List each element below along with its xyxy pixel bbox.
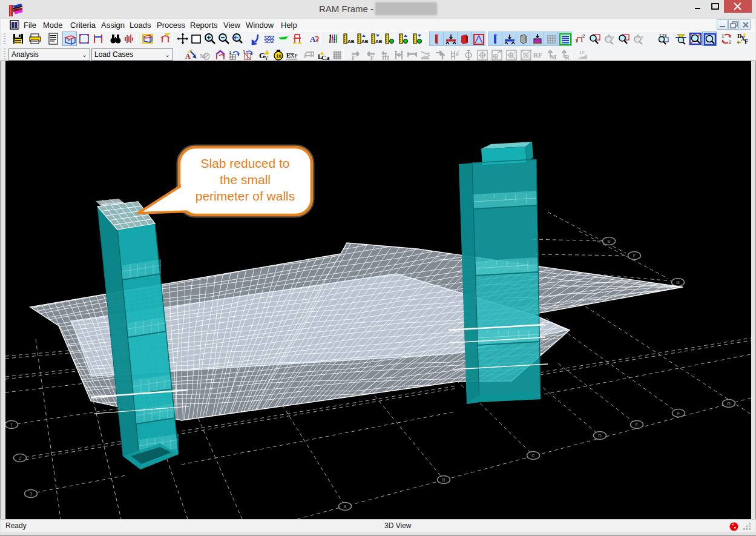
svg-text:Slab reduced to: Slab reduced to xyxy=(200,156,289,170)
svg-text:A: A xyxy=(185,52,191,61)
svg-text:perimeter of walls: perimeter of walls xyxy=(196,189,295,203)
svg-text:E: E xyxy=(635,422,638,428)
svg-text:F: F xyxy=(633,253,636,259)
svg-text:2: 2 xyxy=(582,33,585,39)
svg-text:2: 2 xyxy=(19,455,21,461)
svg-text:18: 18 xyxy=(276,53,281,59)
svg-text:1: 1 xyxy=(721,33,725,39)
svg-text:the small: the small xyxy=(220,173,271,187)
svg-text:G: G xyxy=(676,280,680,285)
svg-text:1K: 1K xyxy=(579,50,585,55)
svg-text:A: A xyxy=(343,504,346,509)
svg-text:AB: AB xyxy=(347,39,355,44)
svg-text:M: M xyxy=(550,53,557,61)
svg-text:AB: AB xyxy=(375,39,383,44)
svg-text:1: 1 xyxy=(10,422,13,428)
svg-text:C: C xyxy=(531,453,535,458)
svg-text:F: F xyxy=(744,38,748,45)
svg-text:D: D xyxy=(598,433,602,438)
svg-text:B: B xyxy=(442,477,445,483)
svg-text:RF: RF xyxy=(533,51,542,59)
svg-text:AB: AB xyxy=(361,39,369,44)
svg-text:3: 3 xyxy=(30,491,32,497)
svg-text:A: A xyxy=(310,35,316,44)
svg-text:R: R xyxy=(565,53,570,61)
svg-text:2: 2 xyxy=(729,39,732,45)
svg-text:G: G xyxy=(727,401,731,406)
svg-text:F: F xyxy=(677,411,680,416)
svg-text:E: E xyxy=(607,239,610,244)
